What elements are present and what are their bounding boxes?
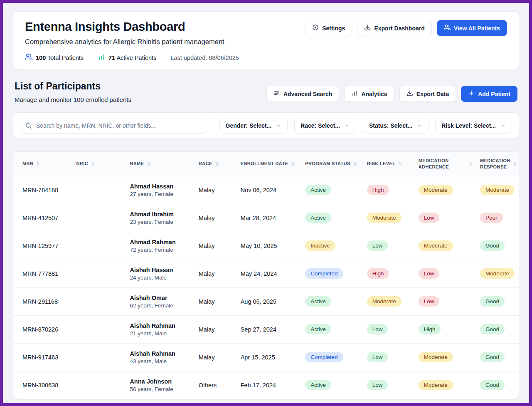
section-title: List of Participants [15, 81, 131, 92]
column-header[interactable]: MEDICATION ADHERENCE⇅ [415, 152, 477, 176]
nric-cell [73, 232, 126, 260]
search-box [20, 118, 206, 134]
gender-filter-dropdown[interactable]: Gender: Select... [219, 118, 288, 134]
race-cell: Malay [195, 260, 237, 287]
table-row[interactable]: MRN-777881Aishah Hassan24 years, MaleMal… [13, 260, 519, 287]
medication-adherence-badge: Moderate [419, 352, 453, 362]
gender-filter-label: Gender: Select... [226, 122, 271, 129]
sort-icon: ⇅ [398, 161, 402, 167]
table-row[interactable]: MRN-125977Ahmad Rahman72 years, FemaleMa… [13, 232, 519, 260]
table-row[interactable]: MRN-784188Ahmad Hassan27 years, FemaleMa… [13, 176, 519, 204]
analytics-button[interactable]: Analytics [344, 86, 394, 102]
program-status-cell: Inactive [302, 232, 363, 260]
add-patient-button[interactable]: Add Patient [461, 86, 517, 102]
participants-titles: List of Participants Manage and monitor … [15, 81, 131, 103]
medication-response-badge: Good [480, 240, 505, 251]
patient-age-gender: 56 years, Female [130, 386, 192, 392]
medication-adherence-cell: High [415, 315, 477, 343]
patient-name: Ahmad Rahman [130, 239, 192, 245]
medication-response-badge: Good [480, 324, 505, 334]
table-row[interactable]: MRN-870226Aishah Rahman21 years, MaleMal… [13, 315, 519, 343]
enrollment-date-cell: May 24, 2024 [237, 260, 302, 287]
table-row[interactable]: MRN-300638Anna Johnson56 years, FemaleOt… [13, 371, 519, 399]
medication-adherence-badge: Low [419, 296, 440, 307]
column-label: RACE [199, 161, 212, 167]
column-label: MEDICATION RESPONSE [480, 158, 510, 170]
risk-level-cell: Moderate [364, 204, 415, 232]
sort-icon: ⇅ [91, 161, 95, 167]
name-cell: Aishah Rahman43 years, Male [126, 343, 195, 371]
patient-name: Aishah Omar [130, 295, 192, 301]
view-all-patients-button[interactable]: View All Patients [437, 20, 507, 36]
enrollment-date-cell: Feb 17, 2024 [237, 371, 302, 399]
medication-response-cell: Moderate [477, 176, 519, 204]
header-actions: Settings Export Dashboard View All Patie… [305, 20, 507, 36]
column-header[interactable]: MRN⇅ [13, 152, 73, 176]
medication-response-badge: Good [480, 352, 505, 362]
header-stats: 100 Total Patients 71 Active Patients La… [25, 53, 507, 62]
medication-adherence-cell: Low [415, 287, 477, 315]
medication-adherence-badge: High [419, 324, 441, 334]
mrn-cell: MRN-125977 [13, 232, 73, 260]
risk-level-badge: Low [367, 240, 388, 251]
race-filter-dropdown[interactable]: Race: Select... [294, 118, 356, 134]
name-cell: Anna Johnson56 years, Female [126, 371, 195, 399]
chevron-down-icon [276, 123, 281, 129]
medication-adherence-cell: Low [415, 260, 477, 287]
settings-button[interactable]: Settings [305, 20, 352, 36]
column-header[interactable]: NAME⇅ [126, 152, 195, 176]
search-input[interactable] [20, 118, 206, 134]
risk-level-badge: High [367, 268, 389, 279]
column-header[interactable]: MEDICATION RESPONSE⇅ [477, 152, 519, 176]
patient-name: Anna Johnson [130, 378, 192, 385]
column-header[interactable]: NRIC⇅ [73, 152, 126, 176]
bar-chart-icon [351, 90, 358, 98]
medication-response-cell: Good [477, 371, 519, 399]
column-header[interactable]: PROGRAM STATUS⇅ [302, 152, 363, 176]
medication-response-badge: Poor [480, 213, 503, 223]
table-row[interactable]: MRN-412507Ahmad Ibrahim23 years, FemaleM… [13, 204, 519, 232]
medication-adherence-cell: Moderate [415, 232, 477, 260]
participants-section-header: List of Participants Manage and monitor … [15, 81, 517, 103]
medication-response-badge: Moderate [480, 268, 515, 279]
column-header[interactable]: RISK LEVEL⇅ [364, 152, 415, 176]
participants-actions: Advanced Search Analytics Export Data Ad… [266, 86, 517, 102]
active-patients-label: Active Patients [116, 54, 156, 61]
table-row[interactable]: MRN-291168Aishah Omar62 years, FemaleMal… [13, 287, 519, 315]
program-status-badge: Active [305, 296, 331, 307]
export-data-button[interactable]: Export Data [399, 86, 456, 102]
export-dashboard-label: Export Dashboard [374, 25, 424, 32]
mrn-cell: MRN-870226 [13, 315, 73, 343]
settings-label: Settings [322, 25, 345, 32]
bar-chart-icon [98, 53, 105, 62]
race-cell: Malay [195, 232, 237, 260]
download-icon [364, 24, 371, 32]
column-header[interactable]: RACE⇅ [195, 152, 237, 176]
column-label: ENROLLMENT DATE [241, 161, 288, 167]
risk-level-badge: Low [367, 352, 388, 362]
dashboard-page: Entenna Insights Dashboard Comprehensive… [3, 3, 529, 406]
search-icon [25, 122, 32, 129]
column-label: MEDICATION ADHERENCE [419, 158, 467, 170]
medication-response-cell: Good [477, 287, 519, 315]
medication-adherence-cell: Low [415, 204, 477, 232]
patients-table-card: MRN⇅NRIC⇅NAME⇅RACE⇅ENROLLMENT DATE⇅PROGR… [13, 151, 519, 399]
table-body: MRN-784188Ahmad Hassan27 years, FemaleMa… [13, 176, 519, 399]
last-updated: Last updated: 08/06/2025 [170, 54, 239, 61]
medication-response-cell: Poor [477, 204, 519, 232]
patient-age-gender: 62 years, Female [130, 302, 192, 309]
nric-cell [73, 287, 126, 315]
status-filter-dropdown[interactable]: Status: Select... [363, 118, 429, 134]
name-cell: Ahmad Rahman72 years, Female [126, 232, 195, 260]
risk-level-filter-dropdown[interactable]: Risk Level: Select... [435, 118, 512, 134]
patient-name: Aishah Rahman [130, 322, 192, 329]
page-title: Entenna Insights Dashboard [25, 20, 224, 34]
sort-icon: ⇅ [146, 161, 150, 167]
medication-adherence-cell: Moderate [415, 371, 477, 399]
section-subtitle: Manage and monitor 100 enrolled patients [15, 96, 131, 103]
status-filter-label: Status: Select... [369, 122, 412, 129]
column-header[interactable]: ENROLLMENT DATE⇅ [237, 152, 302, 176]
advanced-search-button[interactable]: Advanced Search [266, 86, 340, 102]
table-row[interactable]: MRN-917463Aishah Rahman43 years, MaleMal… [13, 343, 519, 371]
export-dashboard-button[interactable]: Export Dashboard [357, 20, 431, 36]
